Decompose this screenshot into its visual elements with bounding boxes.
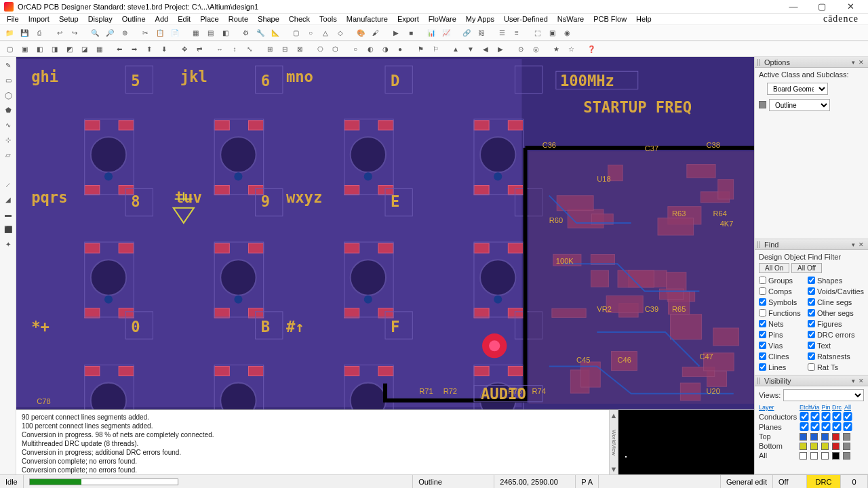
- subclass-select[interactable]: Outline: [769, 99, 830, 111]
- tool-button[interactable]: △: [319, 26, 332, 39]
- tool-button[interactable]: ⚙: [239, 26, 252, 39]
- menu-my apps[interactable]: My Apps: [462, 14, 498, 24]
- tool-button[interactable]: ◎: [529, 42, 542, 56]
- tool-button[interactable]: ⬡: [328, 42, 342, 56]
- tool-button[interactable]: 📐: [269, 26, 282, 39]
- tool-button[interactable]: 🎨: [354, 26, 368, 39]
- tool-button[interactable]: ☆: [564, 42, 578, 56]
- tool-button[interactable]: ▦: [189, 26, 202, 39]
- tool-button[interactable]: ⊞: [263, 42, 277, 56]
- tool-button[interactable]: ⚐: [429, 42, 442, 56]
- tool-button[interactable]: ≡: [510, 26, 524, 39]
- tool-button[interactable]: ⬅: [113, 42, 126, 56]
- tool-button[interactable]: ✥: [178, 42, 191, 56]
- menu-edit[interactable]: Edit: [174, 14, 195, 24]
- menu-floware[interactable]: FloWare: [425, 14, 460, 24]
- all-on-button[interactable]: All On: [759, 263, 789, 273]
- world-view[interactable]: [618, 410, 754, 474]
- tool-button[interactable]: ⚑: [414, 42, 427, 56]
- menu-user-defined[interactable]: User-Defined: [500, 14, 552, 24]
- maximize-button[interactable]: ▢: [808, 1, 835, 13]
- tool-button[interactable]: ▦: [92, 42, 106, 56]
- menu-check[interactable]: Check: [285, 14, 314, 24]
- menu-shape[interactable]: Shape: [254, 14, 283, 24]
- find-cb-Voids/Cavities[interactable]: [808, 287, 815, 295]
- tool-button[interactable]: 🔧: [254, 26, 267, 39]
- tool-button[interactable]: ◩: [62, 42, 76, 56]
- find-cb-Figures[interactable]: [808, 320, 815, 327]
- find-cb-Groups[interactable]: [759, 277, 766, 284]
- menu-add[interactable]: Add: [151, 14, 173, 24]
- close-button[interactable]: ✕: [837, 1, 864, 13]
- tool-button[interactable]: ◇: [334, 26, 347, 39]
- tool-button[interactable]: ⎔: [313, 42, 327, 56]
- tool-button[interactable]: ⬇: [157, 42, 171, 56]
- menu-file[interactable]: File: [3, 14, 23, 24]
- menu-nsware[interactable]: NsWare: [553, 14, 588, 24]
- worldview-scroll[interactable]: ▲WorldView▼: [609, 410, 618, 474]
- tool-button[interactable]: ↕: [228, 42, 241, 56]
- menu-tools[interactable]: Tools: [315, 14, 341, 24]
- vtool-button[interactable]: ⟋: [1, 178, 15, 191]
- find-cb-Nets[interactable]: [759, 320, 766, 327]
- pin-icon[interactable]: ▾: [849, 58, 857, 66]
- views-select[interactable]: [783, 389, 864, 401]
- tool-button[interactable]: ⎙: [33, 26, 46, 39]
- menu-pcb flow[interactable]: PCB Flow: [589, 14, 631, 24]
- tool-button[interactable]: 💾: [18, 26, 31, 39]
- find-cb-Rat Ts[interactable]: [808, 363, 815, 371]
- pcb-canvas[interactable]: ghi jkl mno pqrs tuv wxyz 5 6 D 8 9 E 0 …: [16, 57, 754, 409]
- tool-button[interactable]: 📄: [168, 26, 182, 39]
- vtool-button[interactable]: ▭: [1, 73, 15, 87]
- find-cb-Shapes[interactable]: [808, 277, 815, 284]
- tool-button[interactable]: ➡: [127, 42, 141, 56]
- find-cb-Clines[interactable]: [759, 352, 766, 360]
- tool-button[interactable]: ▶: [389, 26, 403, 39]
- console-log[interactable]: 90 percent connect lines segments added.…: [16, 410, 609, 474]
- class-select[interactable]: Board Geometry: [767, 83, 828, 95]
- tool-button[interactable]: ◧: [218, 26, 232, 39]
- tool-button[interactable]: ●: [393, 42, 407, 56]
- find-cb-DRC errors[interactable]: [808, 331, 815, 338]
- vtool-button[interactable]: [1, 163, 15, 176]
- vtool-button[interactable]: ▱: [1, 148, 15, 161]
- tool-button[interactable]: ⊠: [293, 42, 307, 56]
- tool-button[interactable]: ★: [549, 42, 563, 56]
- tool-button[interactable]: 📁: [3, 26, 16, 39]
- tool-button[interactable]: ⊙: [514, 42, 528, 56]
- tool-button[interactable]: ▢: [289, 26, 302, 39]
- vtool-button[interactable]: ◢: [1, 192, 15, 206]
- menu-outline[interactable]: Outline: [118, 14, 150, 24]
- tool-button[interactable]: ↩: [53, 26, 66, 39]
- tool-button[interactable]: ❓: [585, 42, 598, 56]
- vtool-button[interactable]: ✎: [1, 58, 15, 72]
- tool-button[interactable]: ▲: [449, 42, 462, 56]
- menu-import[interactable]: Import: [24, 14, 54, 24]
- tool-button[interactable]: ◧: [33, 42, 46, 56]
- tool-button[interactable]: ◪: [77, 42, 91, 56]
- tool-button[interactable]: ◀: [479, 42, 492, 56]
- tool-button[interactable]: ○: [304, 26, 317, 39]
- menu-setup[interactable]: Setup: [55, 14, 83, 24]
- vtool-button[interactable]: ⊹: [1, 133, 15, 146]
- tool-button[interactable]: 📊: [425, 26, 438, 39]
- vtool-button[interactable]: ✦: [1, 237, 15, 251]
- tool-button[interactable]: ⊟: [278, 42, 292, 56]
- menu-place[interactable]: Place: [196, 14, 223, 24]
- tool-button[interactable]: ▼: [464, 42, 477, 56]
- tool-button[interactable]: ◐: [363, 42, 377, 56]
- tool-button[interactable]: ⤡: [243, 42, 256, 56]
- menu-route[interactable]: Route: [224, 14, 252, 24]
- menu-help[interactable]: Help: [632, 14, 656, 24]
- all-off-button[interactable]: All Off: [791, 263, 822, 273]
- vtool-button[interactable]: ⬟: [1, 103, 15, 117]
- tool-button[interactable]: ◑: [378, 42, 392, 56]
- find-cb-Functions[interactable]: [759, 309, 766, 317]
- find-cb-Other segs[interactable]: [808, 309, 815, 317]
- tool-button[interactable]: 🖌: [369, 26, 382, 39]
- tool-button[interactable]: ▶: [494, 42, 507, 56]
- subclass-color[interactable]: [759, 101, 766, 108]
- find-cb-Symbols[interactable]: [759, 298, 766, 306]
- tool-button[interactable]: ▣: [545, 26, 559, 39]
- tool-button[interactable]: 🔎: [103, 26, 117, 39]
